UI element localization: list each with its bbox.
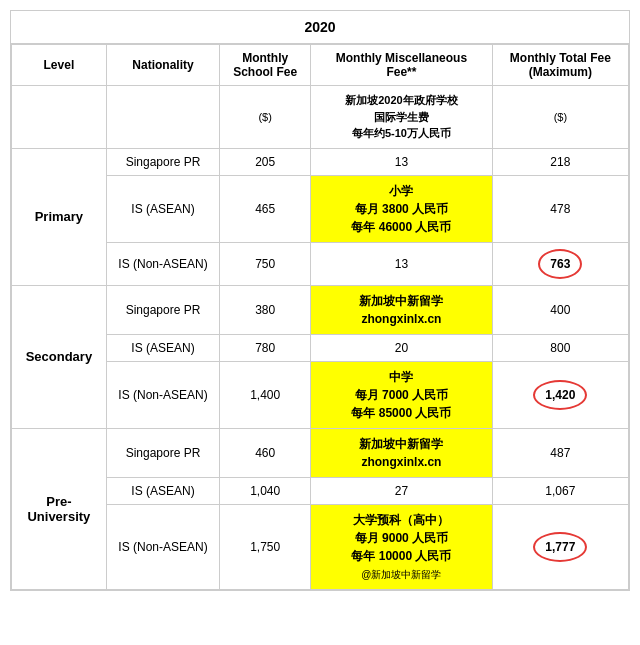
nationality-primary-2: IS (Non-ASEAN) [106,242,220,285]
annotation-preuniv-small: 大学预科（高中）每月 9000 人民币每年 10000 人民币@新加坡中新留学 [311,504,493,589]
nationality-preuniv-1: IS (ASEAN) [106,477,220,504]
nationality-secondary-0: Singapore PR [106,285,220,334]
header-misc-fee: Monthly Miscellaneous Fee** [311,45,493,86]
total-fee-secondary-0: 400 [492,285,628,334]
total-fee-secondary-1: 800 [492,334,628,361]
annotation-preuniv-main: 新加坡中新留学zhongxinlx.cn [311,428,493,477]
level-secondary: Secondary [12,285,107,428]
total-fee-preuniv-0: 487 [492,428,628,477]
header-level: Level [12,45,107,86]
misc-fee-secondary-1: 20 [311,334,493,361]
school-fee-primary-2: 750 [220,242,311,285]
header-nationality: Nationality [106,45,220,86]
currency-school-fee: ($) [220,86,311,149]
total-fee-primary-1: 478 [492,175,628,242]
school-fee-secondary-1: 780 [220,334,311,361]
nationality-secondary-2: IS (Non-ASEAN) [106,361,220,428]
school-fee-primary-1: 465 [220,175,311,242]
level-primary: Primary [12,148,107,285]
table-row: Pre-University Singapore PR 460 新加坡中新留学z… [12,428,629,477]
currency-total-fee: ($) [492,86,628,149]
annotation-secondary-small: 中学每月 7000 人民币每年 85000 人民币 [311,361,493,428]
school-fee-preuniv-0: 460 [220,428,311,477]
header-total-fee: Monthly Total Fee (Maximum) [492,45,628,86]
year-header: 2020 [11,11,629,44]
main-container: 2020 Level Nationality Monthly School Fe… [10,10,630,591]
nationality-primary-1: IS (ASEAN) [106,175,220,242]
currency-nationality [106,86,220,149]
misc-fee-primary-2: 13 [311,242,493,285]
nationality-primary-0: Singapore PR [106,148,220,175]
total-fee-primary-2: 763 [492,242,628,285]
annotation-secondary-main: 新加坡中新留学zhongxinlx.cn [311,285,493,334]
circle-preuniv: 1,777 [533,532,587,562]
annotation-primary-main: 新加坡2020年政府学校国际学生费每年约5-10万人民币 [311,86,493,149]
circle-secondary: 1,420 [533,380,587,410]
misc-fee-primary-0: 13 [311,148,493,175]
total-fee-preuniv-2: 1,777 [492,504,628,589]
currency-level [12,86,107,149]
school-fee-preuniv-1: 1,040 [220,477,311,504]
nationality-preuniv-2: IS (Non-ASEAN) [106,504,220,589]
table-row: Primary Singapore PR 205 13 218 [12,148,629,175]
circle-primary: 763 [538,249,582,279]
school-fee-primary-0: 205 [220,148,311,175]
school-fee-secondary-2: 1,400 [220,361,311,428]
nationality-secondary-1: IS (ASEAN) [106,334,220,361]
school-fee-preuniv-2: 1,750 [220,504,311,589]
level-preuniv: Pre-University [12,428,107,589]
fee-table: Level Nationality Monthly School Fee Mon… [11,44,629,590]
nationality-preuniv-0: Singapore PR [106,428,220,477]
annotation-primary-small: 小学每月 3800 人民币每年 46000 人民币 [311,175,493,242]
watermark: @新加坡中新留学 [361,569,441,580]
total-fee-primary-0: 218 [492,148,628,175]
total-fee-preuniv-1: 1,067 [492,477,628,504]
misc-fee-preuniv-1: 27 [311,477,493,504]
school-fee-secondary-0: 380 [220,285,311,334]
table-row: Secondary Singapore PR 380 新加坡中新留学zhongx… [12,285,629,334]
total-fee-secondary-2: 1,420 [492,361,628,428]
header-school-fee: Monthly School Fee [220,45,311,86]
